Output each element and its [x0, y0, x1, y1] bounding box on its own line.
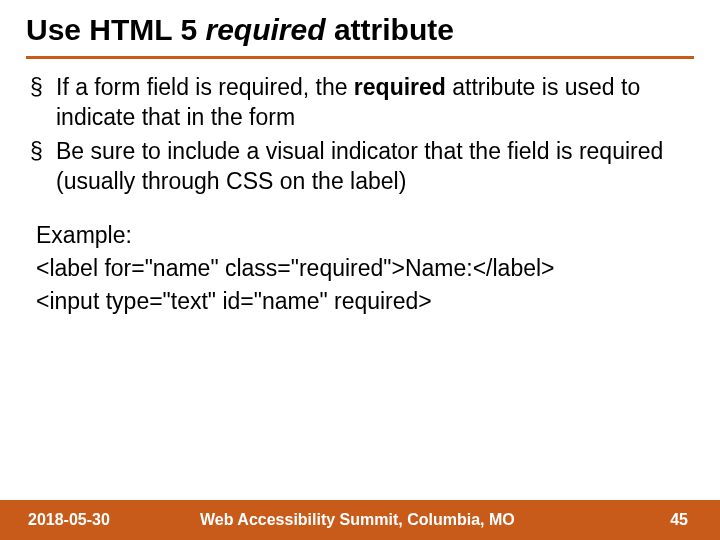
- example-line1: <label for="name" class="required">Name:…: [36, 252, 690, 285]
- example-block: Example: <label for="name" class="requir…: [30, 219, 690, 319]
- example-label: Example:: [36, 219, 690, 252]
- list-item: Be sure to include a visual indicator th…: [30, 137, 690, 197]
- footer-page-number: 45: [670, 511, 720, 529]
- bullet-text-pre: Be sure to include a visual indicator th…: [56, 138, 663, 194]
- list-item: If a form field is required, the require…: [30, 73, 690, 133]
- footer-bar: 2018-05-30 Web Accessibility Summit, Col…: [0, 500, 720, 540]
- slide: Use HTML 5 required attribute If a form …: [0, 0, 720, 540]
- title-area: Use HTML 5 required attribute: [0, 0, 720, 52]
- title-post: attribute: [334, 13, 454, 46]
- title-pre: Use HTML 5: [26, 13, 206, 46]
- bullet-list: If a form field is required, the require…: [30, 73, 690, 197]
- content-area: If a form field is required, the require…: [0, 59, 720, 540]
- slide-title: Use HTML 5 required attribute: [26, 12, 694, 48]
- footer-date: 2018-05-30: [0, 511, 180, 529]
- title-italic: required: [206, 13, 334, 46]
- example-line2: <input type="text" id="name" required>: [36, 285, 690, 318]
- bullet-text-bold: required: [354, 74, 446, 100]
- bullet-text-pre: If a form field is required, the: [56, 74, 354, 100]
- footer-title: Web Accessibility Summit, Columbia, MO: [180, 511, 670, 529]
